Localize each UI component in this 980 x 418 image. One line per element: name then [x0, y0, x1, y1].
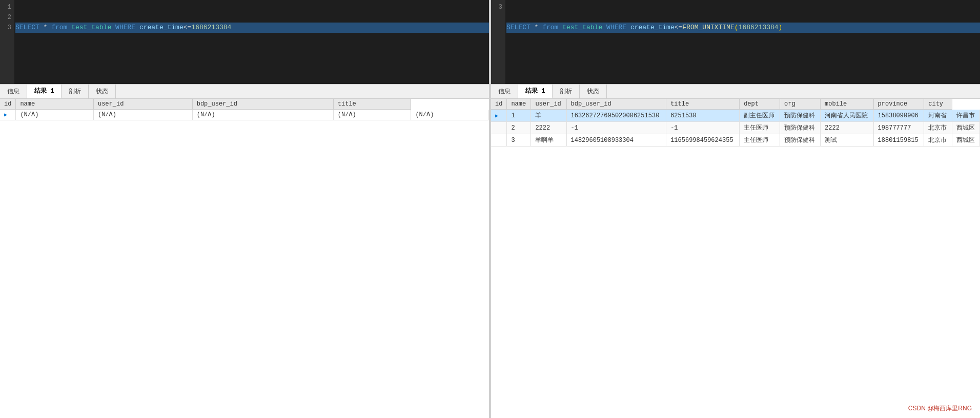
right-row3-bdp-user-id: 11656998459624355 — [666, 134, 740, 147]
table-row[interactable]: ▶ (N/A) (N/A) (N/A) (N/A) (N/A) — [0, 110, 489, 120]
right-col-bdp-user-id: bdp_user_id — [566, 99, 666, 110]
left-editor[interactable]: 1 2 3 SELECT * from test_table WHERE cre… — [0, 0, 489, 84]
table-row[interactable]: ▶ 1 羊 163262727695020006251530 6251530 副… — [491, 110, 980, 122]
right-row1-mobile: 15838090906 — [873, 110, 924, 122]
right-row3-dept: 预防保健科 — [780, 134, 821, 147]
right-row1-name: 羊 — [531, 110, 566, 122]
right-row1-user-id: 163262727695020006251530 — [566, 110, 666, 122]
right-row2-user-id: -1 — [566, 122, 666, 134]
right-col-user-id: user_id — [531, 99, 566, 110]
right-col-city: city — [924, 99, 952, 110]
left-col-user-id: user_id — [93, 99, 192, 110]
right-row2-city: 西城区 — [952, 122, 979, 134]
right-col-dept: dept — [740, 99, 780, 110]
right-row3-user-id: 14829605108933304 — [566, 134, 666, 147]
right-row2-title: 主任医师 — [740, 122, 780, 134]
right-row2-name: 2222 — [531, 122, 566, 134]
right-row1-dept: 预防保健科 — [780, 110, 821, 122]
right-row3-city: 西城区 — [952, 134, 979, 147]
left-tab-status[interactable]: 状态 — [89, 85, 116, 98]
right-col-name: name — [507, 99, 531, 110]
right-col-mobile: mobile — [821, 99, 874, 110]
right-table-container: id name user_id bdp_user_id title dept o… — [491, 99, 980, 418]
left-tab-info[interactable]: 信息 — [0, 85, 27, 98]
left-row1-id: (N/A) — [16, 110, 94, 120]
right-row3-title: 主任医师 — [740, 134, 780, 147]
left-table-container: id name user_id bdp_user_id title ▶ (N/A… — [0, 99, 489, 418]
right-row3-id: 3 — [507, 134, 531, 147]
right-col-title: title — [666, 99, 740, 110]
right-row1-indicator: ▶ — [491, 110, 507, 122]
right-row3-name: 羊啊羊 — [531, 134, 566, 147]
right-row2-id: 2 — [507, 122, 531, 134]
right-row2-dept: 预防保健科 — [780, 122, 821, 134]
right-row2-org: 2222 — [821, 122, 874, 134]
right-row2-bdp-user-id: -1 — [666, 122, 740, 134]
right-tab-status[interactable]: 状态 — [580, 85, 607, 98]
right-row1-id: 1 — [507, 110, 531, 122]
watermark: CSDN @梅西库里RNG — [908, 404, 972, 413]
right-code-content[interactable]: SELECT * from test_table WHERE create_ti… — [506, 2, 980, 84]
table-row[interactable]: 2 2222 -1 -1 主任医师 预防保健科 2222 198777777 北… — [491, 122, 980, 134]
right-tab-result1[interactable]: 结果 1 — [518, 85, 553, 98]
right-result-table: id name user_id bdp_user_id title dept o… — [491, 99, 980, 147]
left-col-title: title — [333, 99, 411, 110]
left-col-name: name — [16, 99, 94, 110]
right-row3-province: 北京市 — [924, 134, 952, 147]
right-line-numbers: 3 — [491, 0, 505, 84]
table-row[interactable]: 3 羊啊羊 14829605108933304 1165699845962435… — [491, 134, 980, 147]
left-col-bdp-user-id: bdp_user_id — [192, 99, 333, 110]
left-tab-profile[interactable]: 剖析 — [62, 85, 89, 98]
right-tab-profile[interactable]: 剖析 — [553, 85, 580, 98]
left-code-content[interactable]: SELECT * from test_table WHERE create_ti… — [15, 2, 489, 84]
right-editor[interactable]: 3 SELECT * from test_table WHERE create_… — [491, 0, 980, 84]
right-col-org: org — [780, 99, 821, 110]
left-result-table: id name user_id bdp_user_id title ▶ (N/A… — [0, 99, 489, 120]
left-row1-user-id: (N/A) — [192, 110, 333, 120]
right-row1-province: 河南省 — [924, 110, 952, 122]
results-row: 信息 结果 1 剖析 状态 id name user_id bdp_user_i… — [0, 85, 980, 418]
left-result-panel: 信息 结果 1 剖析 状态 id name user_id bdp_user_i… — [0, 85, 489, 418]
right-result-panel: 信息 结果 1 剖析 状态 id name user_id bdp_user_i… — [491, 85, 980, 418]
right-row2-province: 北京市 — [924, 122, 952, 134]
left-row1-title: (N/A) — [411, 110, 489, 120]
right-row2-indicator — [491, 122, 507, 134]
right-row1-bdp-user-id: 6251530 — [666, 110, 740, 122]
right-row3-mobile: 18801159815 — [873, 134, 924, 147]
right-row1-org: 河南省人民医院 — [821, 110, 874, 122]
right-row1-title: 副主任医师 — [740, 110, 780, 122]
right-row2-mobile: 198777777 — [873, 122, 924, 134]
editors-row: 1 2 3 SELECT * from test_table WHERE cre… — [0, 0, 980, 85]
left-row1-name: (N/A) — [93, 110, 192, 120]
left-line-numbers: 1 2 3 — [0, 0, 14, 84]
right-row3-org: 测试 — [821, 134, 874, 147]
right-row1-city: 许昌市 — [952, 110, 979, 122]
left-tab-result1[interactable]: 结果 1 — [27, 85, 62, 98]
right-col-province: province — [873, 99, 924, 110]
left-row1-bdp-user-id: (N/A) — [333, 110, 411, 120]
left-tabs-bar[interactable]: 信息 结果 1 剖析 状态 — [0, 85, 489, 99]
right-row3-indicator — [491, 134, 507, 147]
right-col-id: id — [491, 99, 507, 110]
left-col-id: id — [0, 99, 16, 110]
left-row1-indicator: ▶ — [0, 110, 16, 120]
right-tabs-bar[interactable]: 信息 结果 1 剖析 状态 — [491, 85, 980, 99]
right-tab-info[interactable]: 信息 — [491, 85, 518, 98]
